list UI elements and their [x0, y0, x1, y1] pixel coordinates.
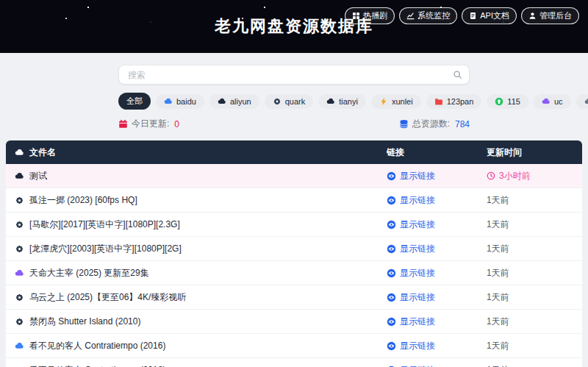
center-section: 全部 baidu aliyun quark tianyi xunlei 123p…	[118, 65, 470, 130]
eye-icon	[387, 171, 396, 181]
column-link-label: 链接	[387, 146, 404, 159]
eye-icon	[387, 196, 396, 205]
table-row: 孤注一掷 (2023) [60fps HQ] 显示链接 1天前	[6, 188, 582, 213]
table-row: 禁闭岛 Shutter Island (2010) 显示链接 1天前	[6, 310, 582, 334]
show-link-button[interactable]: 显示链接	[387, 170, 435, 182]
eye-icon	[387, 293, 396, 302]
user-icon	[528, 12, 537, 20]
update-time: 1天前	[487, 340, 573, 352]
stats-bar: 今日更新: 0 总资源数: 784	[118, 118, 470, 130]
eye-icon	[387, 268, 396, 278]
table-row: 测试 显示链接 3小时前	[6, 164, 582, 188]
filter-tag-115[interactable]: 115	[487, 94, 528, 109]
total-resources-value: 784	[455, 119, 470, 129]
filter-tag-other[interactable]: other	[576, 94, 588, 109]
column-time: 更新时间	[487, 146, 573, 159]
filter-tag-uc[interactable]: uc	[534, 94, 571, 109]
filter-tag-aliyun[interactable]: aliyun	[209, 94, 259, 109]
table-row: [马歇尔][2017][英语中字][1080P][2.3G] 显示链接 1天前	[6, 213, 582, 237]
gear-icon	[15, 196, 24, 205]
cloud-icon	[15, 171, 24, 181]
update-time: 3小时前	[487, 170, 573, 182]
total-resources-label: 总资源数:	[412, 118, 450, 130]
file-name: [马歇尔][2017][英语中字][1080P][2.3G]	[29, 218, 180, 231]
file-name: 看不见的客人 Contratiempo (2016)	[29, 340, 165, 352]
file-name: 孤注一掷 (2023) [60fps HQ]	[29, 194, 137, 207]
filter-tag-全部[interactable]: 全部	[118, 93, 151, 110]
cloud-icon	[218, 97, 226, 106]
filter-tag-quark[interactable]: quark	[265, 94, 314, 109]
show-link-button[interactable]: 显示链接	[387, 218, 435, 231]
today-updated-label: 今日更新:	[132, 118, 169, 130]
eye-icon	[387, 317, 396, 327]
cloud-icon	[164, 97, 173, 106]
eye-icon	[387, 244, 396, 254]
gear-icon	[15, 317, 24, 327]
show-link-button[interactable]: 显示链接	[387, 340, 435, 352]
gear-icon	[15, 293, 24, 302]
table-row: 看不见的客人 Contratiempo (2016) 显示链接 1天前	[6, 334, 582, 358]
update-time: 1天前	[487, 364, 573, 367]
nav-button[interactable]: 热播剧	[345, 7, 395, 24]
clock-icon	[487, 171, 495, 180]
file-name: 乌云之上 (2025)【更至06】4K/臻彩视听	[29, 291, 186, 304]
search-input[interactable]	[118, 65, 470, 85]
page: 老九网盘资源数据库 热播剧 系统监控 API文档 管理后台 全部	[0, 0, 588, 367]
search-icon[interactable]	[453, 70, 462, 79]
file-name: 看不见的客人 Contratiempo (2016)	[29, 364, 165, 367]
column-time-label: 更新时间	[487, 146, 522, 159]
header-nav: 热播剧 系统监控 API文档 管理后台	[345, 7, 579, 24]
column-filename-label: 文件名	[29, 146, 56, 159]
search-box	[118, 65, 470, 85]
gear-icon	[15, 220, 24, 229]
total-resources-stat: 总资源数: 784	[399, 118, 470, 130]
file-name: 天命大主宰 (2025) 更新至29集	[29, 267, 149, 279]
doc-icon	[469, 12, 477, 20]
table-row: 看不见的客人 Contratiempo (2016) 显示链接 1天前	[6, 358, 582, 367]
circle-up-icon	[495, 97, 503, 106]
filter-tag-123pan[interactable]: 123pan	[426, 94, 482, 109]
table-body: 测试 显示链接 3小时前 孤注一掷 (2023) [60fps HQ] 显示链接…	[6, 164, 582, 367]
update-time: 1天前	[487, 194, 573, 207]
update-time: 1天前	[487, 291, 573, 304]
nav-button[interactable]: 系统监控	[399, 7, 457, 24]
update-time: 1天前	[487, 243, 573, 255]
resource-table: 文件名 链接 更新时间 测试 显示链接 3小时前	[6, 140, 582, 367]
gear-icon	[15, 244, 24, 254]
today-updated-value: 0	[174, 119, 179, 129]
cloud-icon	[15, 268, 24, 278]
table-header: 文件名 链接 更新时间	[6, 140, 582, 164]
show-link-button[interactable]: 显示链接	[387, 194, 435, 207]
nav-button[interactable]: 管理后台	[521, 7, 579, 24]
filter-tag-xunlei[interactable]: xunlei	[371, 94, 421, 109]
filter-tags: 全部 baidu aliyun quark tianyi xunlei 123p…	[118, 93, 470, 110]
grid-icon	[352, 12, 360, 20]
nav-button[interactable]: API文档	[462, 7, 517, 24]
show-link-button[interactable]: 显示链接	[387, 243, 435, 255]
show-link-button[interactable]: 显示链接	[387, 364, 435, 367]
filter-tag-tianyi[interactable]: tianyi	[318, 94, 366, 109]
chart-icon	[406, 12, 415, 20]
cloud-icon	[15, 341, 24, 351]
gear-icon	[273, 97, 282, 106]
file-name: 测试	[29, 170, 47, 182]
show-link-button[interactable]: 显示链接	[387, 267, 435, 279]
file-name: [龙潭虎穴][2003][英语中字][1080P][2G]	[29, 243, 182, 255]
calendar-icon	[118, 119, 128, 129]
column-link: 链接	[387, 146, 487, 159]
table-row: 天命大主宰 (2025) 更新至29集 显示链接 1天前	[6, 261, 582, 285]
eye-icon	[387, 220, 396, 229]
column-filename: 文件名	[15, 146, 387, 159]
folder-icon	[434, 97, 443, 106]
cloud-icon	[326, 97, 335, 106]
cloud-icon	[542, 97, 551, 106]
filter-tag-baidu[interactable]: baidu	[156, 94, 204, 109]
eye-icon	[387, 341, 396, 351]
database-icon	[399, 119, 409, 129]
show-link-button[interactable]: 显示链接	[387, 291, 435, 304]
update-time: 1天前	[487, 267, 573, 279]
update-time: 1天前	[487, 316, 573, 328]
table-row: 乌云之上 (2025)【更至06】4K/臻彩视听 显示链接 1天前	[6, 285, 582, 310]
show-link-button[interactable]: 显示链接	[387, 316, 435, 328]
table-row: [龙潭虎穴][2003][英语中字][1080P][2G] 显示链接 1天前	[6, 237, 582, 261]
